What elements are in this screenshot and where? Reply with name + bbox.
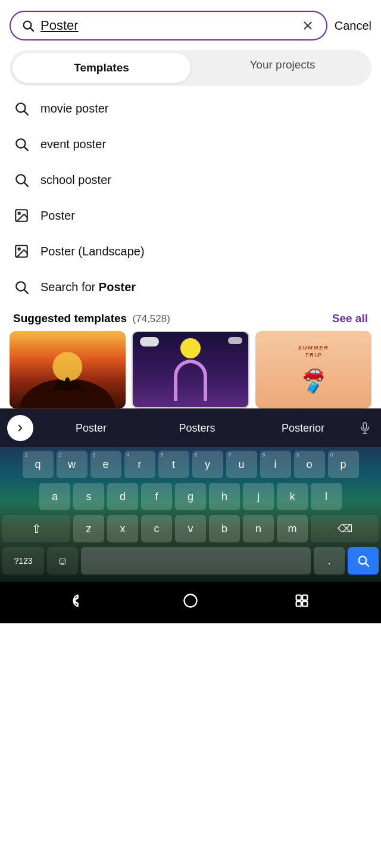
key-d[interactable]: d (107, 483, 138, 510)
svg-line-7 (24, 147, 28, 151)
key-l[interactable]: l (311, 483, 342, 510)
key-r[interactable]: 4r (124, 451, 155, 478)
nav-home-icon[interactable] (182, 592, 199, 613)
keyboard-row-1: 1q 2w 3e 4r 5t 6y 7u 8i 9o 0p (2, 451, 379, 478)
emoji-key[interactable]: ☺ (47, 547, 78, 574)
svg-point-23 (184, 594, 196, 607)
search-icon (13, 136, 30, 152)
key-a[interactable]: a (39, 483, 70, 510)
autocomplete-word-0[interactable]: Poster (38, 416, 144, 441)
autocomplete-expand-button[interactable] (7, 415, 33, 441)
backspace-key[interactable]: ⌫ (311, 515, 379, 542)
key-w[interactable]: 2w (57, 451, 88, 478)
svg-rect-24 (296, 595, 301, 600)
key-e[interactable]: 3e (90, 451, 121, 478)
autocomplete-words: Poster Posters Posterior (38, 416, 356, 441)
suggestion-text: event poster (40, 138, 106, 151)
svg-line-9 (24, 183, 28, 186)
keyboard-row-2: a s d f g h j k l (2, 483, 379, 510)
svg-line-1 (30, 28, 33, 31)
suggestion-text: movie poster (40, 102, 109, 115)
svg-rect-27 (302, 601, 307, 606)
tab-templates[interactable]: Templates (13, 53, 190, 83)
keyboard: 1q 2w 3e 4r 5t 6y 7u 8i 9o 0p a s d f g … (0, 447, 381, 582)
key-s[interactable]: s (73, 483, 104, 510)
svg-point-11 (18, 213, 20, 214)
template-thumbnails: SUMMERTRIP 🚗 🧳 (0, 331, 381, 408)
key-k[interactable]: k (277, 483, 308, 510)
list-item[interactable]: Poster (Landscape) (0, 233, 381, 269)
key-t[interactable]: 5t (158, 451, 189, 478)
key-j[interactable]: j (243, 483, 274, 510)
space-key[interactable] (81, 547, 311, 574)
search-icon (13, 279, 30, 295)
template-thumb-3[interactable]: SUMMERTRIP 🚗 🧳 (255, 331, 371, 408)
svg-rect-25 (302, 595, 307, 600)
dot-key[interactable]: . (314, 547, 345, 574)
key-p[interactable]: 0p (328, 451, 359, 478)
autocomplete-bar: Poster Posters Posterior (0, 408, 381, 447)
suggested-templates-title: Suggested templates (13, 312, 127, 324)
list-item[interactable]: event poster (0, 126, 381, 162)
key-n[interactable]: n (243, 515, 274, 542)
svg-rect-18 (363, 423, 367, 429)
svg-line-5 (24, 111, 28, 115)
image-icon (13, 207, 30, 224)
key-h[interactable]: h (209, 483, 240, 510)
template-thumb-1[interactable] (10, 331, 126, 408)
key-b[interactable]: b (209, 515, 240, 542)
cancel-button[interactable]: Cancel (335, 19, 371, 33)
suggestion-text: Poster (40, 209, 75, 223)
suggestions-list: movie poster event poster school poster … (0, 90, 381, 305)
suggestion-text: school poster (40, 173, 111, 187)
search-input[interactable] (40, 18, 294, 33)
keyboard-row-4: ?123 ☺ . (2, 547, 379, 574)
nav-bar (0, 582, 381, 623)
suggested-templates-section: Suggested templates (74,528) See all (0, 305, 381, 331)
key-m[interactable]: m (277, 515, 308, 542)
list-item[interactable]: school poster (0, 162, 381, 198)
key-u[interactable]: 7u (226, 451, 257, 478)
autocomplete-word-1[interactable]: Posters (144, 416, 250, 441)
key-g[interactable]: g (175, 483, 206, 510)
key-z[interactable]: z (73, 515, 104, 542)
key-x[interactable]: x (107, 515, 138, 542)
search-icon (13, 100, 30, 117)
num-switch-key[interactable]: ?123 (2, 547, 44, 574)
clear-button[interactable] (300, 19, 316, 32)
suggestion-bold: Poster (99, 280, 136, 294)
search-icon (13, 171, 30, 188)
summer-trip-title: SUMMERTRIP (298, 345, 329, 358)
svg-point-13 (18, 248, 20, 250)
svg-rect-26 (296, 601, 301, 606)
search-key[interactable] (348, 547, 379, 574)
list-item[interactable]: Search for Poster (0, 269, 381, 305)
tabs-row: Templates Your projects (10, 50, 371, 86)
keyboard-row-3: ⇧ z x c v b n m ⌫ (2, 515, 379, 542)
key-c[interactable]: c (141, 515, 172, 542)
svg-line-22 (366, 563, 368, 566)
suggestion-text: Search for Poster (40, 280, 136, 294)
list-item[interactable]: Poster (0, 198, 381, 233)
suggested-label: Suggested templates (74,528) (13, 312, 170, 325)
search-icon (21, 19, 35, 32)
see-all-button[interactable]: See all (332, 312, 368, 325)
nav-back-icon[interactable] (71, 592, 88, 613)
template-thumb-2[interactable] (132, 331, 250, 408)
list-item[interactable]: movie poster (0, 90, 381, 126)
luggage-icon: 🧳 (305, 379, 321, 395)
key-v[interactable]: v (175, 515, 206, 542)
autocomplete-word-2[interactable]: Posterior (250, 416, 356, 441)
car-icon: 🚗 (302, 361, 324, 382)
shift-key[interactable]: ⇧ (2, 515, 70, 542)
key-y[interactable]: 6y (192, 451, 223, 478)
key-o[interactable]: 9o (294, 451, 325, 478)
suggested-templates-count: (74,528) (133, 313, 170, 324)
tab-your-projects[interactable]: Your projects (193, 50, 371, 86)
nav-recent-icon[interactable] (293, 592, 310, 613)
microphone-icon[interactable] (356, 421, 374, 435)
key-q[interactable]: 1q (23, 451, 54, 478)
search-input-wrapper[interactable] (10, 11, 327, 40)
key-i[interactable]: 8i (260, 451, 291, 478)
key-f[interactable]: f (141, 483, 172, 510)
